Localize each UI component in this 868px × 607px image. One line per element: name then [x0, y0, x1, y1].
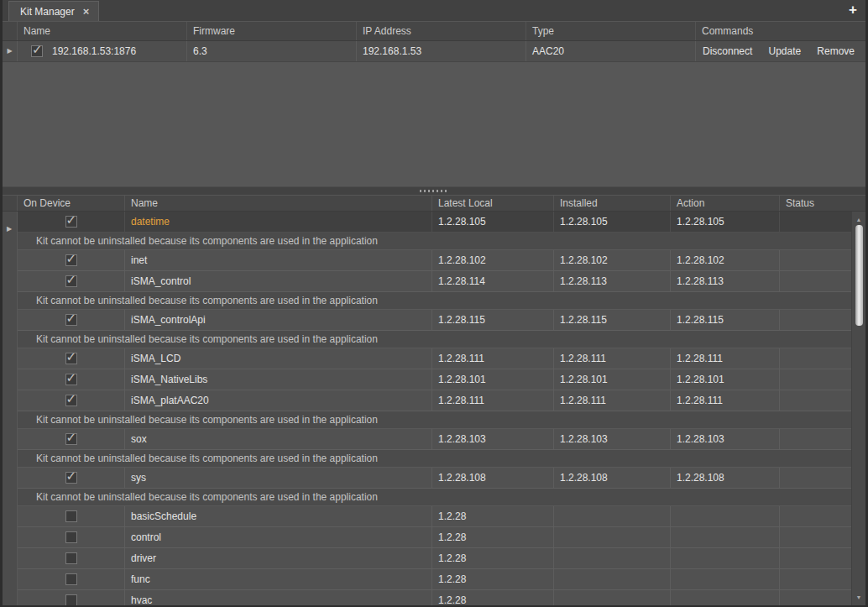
- tab-kit-manager[interactable]: Kit Manager ×: [8, 1, 99, 21]
- kit-column-on-device[interactable]: On Device: [18, 196, 125, 211]
- kit-uninstall-message: Kit cannot be uninstalled because its co…: [18, 331, 851, 348]
- check-mark-icon: ✓: [66, 272, 77, 287]
- kit-installed: 1.2.28.105: [554, 212, 671, 232]
- kit-row[interactable]: ✓ iSMA_platAAC20 1.2.28.111 1.2.28.111 1…: [18, 390, 851, 411]
- kit-row[interactable]: ✓ sox 1.2.28.103 1.2.28.103 1.2.28.103: [18, 429, 851, 450]
- device-column-commands[interactable]: Commands: [696, 22, 865, 40]
- on-device-checkbox[interactable]: ✓: [65, 433, 77, 445]
- update-button[interactable]: Update: [768, 45, 801, 57]
- device-header-indicator-cell: [3, 22, 18, 40]
- check-mark-icon: ✓: [66, 468, 77, 484]
- kit-row[interactable]: ✓ hvac 1.2.28: [18, 590, 851, 605]
- on-device-checkbox[interactable]: ✓: [65, 472, 77, 484]
- kit-row[interactable]: ✓ func 1.2.28: [18, 569, 851, 590]
- kit-action: 1.2.28.111: [671, 348, 780, 369]
- kit-column-installed[interactable]: Installed: [554, 196, 671, 211]
- kit-latest-local: 1.2.28.114: [432, 271, 554, 291]
- on-device-checkbox[interactable]: ✓: [65, 314, 77, 326]
- kit-action: [671, 506, 780, 526]
- scrollbar-thumb[interactable]: [855, 225, 863, 326]
- kit-row[interactable]: ✓ control 1.2.28: [18, 527, 851, 548]
- kit-row[interactable]: ✓ iSMA_NativeLibs 1.2.28.101 1.2.28.101 …: [18, 369, 851, 390]
- device-name-cell: ✓ 192.168.1.53:1876: [18, 41, 187, 61]
- kit-column-name[interactable]: Name: [125, 196, 432, 211]
- splitter-grip-icon: [420, 190, 448, 192]
- kit-name: datetime: [125, 212, 432, 232]
- kit-status: [780, 548, 851, 568]
- kit-column-status[interactable]: Status: [780, 196, 865, 211]
- disconnect-button[interactable]: Disconnect: [703, 45, 752, 57]
- device-column-firmware[interactable]: Firmware: [187, 22, 357, 40]
- kit-latest-local: 1.2.28: [432, 506, 554, 526]
- on-device-cell: ✓: [18, 250, 125, 270]
- remove-button[interactable]: Remove: [817, 45, 855, 57]
- current-row-arrow-icon: ▶: [7, 48, 12, 55]
- close-tab-icon[interactable]: ×: [83, 6, 90, 17]
- kit-status: [780, 569, 851, 589]
- on-device-checkbox[interactable]: ✓: [65, 353, 77, 364]
- kit-row[interactable]: ✓ inet 1.2.28.102 1.2.28.102 1.2.28.102: [18, 250, 851, 271]
- on-device-checkbox[interactable]: ✓: [65, 552, 77, 564]
- kit-header-indicator-cell: [3, 196, 18, 211]
- kit-uninstall-message: Kit cannot be uninstalled because its co…: [18, 233, 851, 250]
- kit-row[interactable]: ✓ iSMA_controlApi 1.2.28.115 1.2.28.115 …: [18, 310, 851, 331]
- device-checkbox[interactable]: ✓: [31, 45, 43, 57]
- kit-installed: 1.2.28.103: [554, 429, 671, 449]
- kit-column-action[interactable]: Action: [671, 196, 780, 211]
- kit-row[interactable]: ✓ iSMA_control 1.2.28.114 1.2.28.113 1.2…: [18, 271, 851, 292]
- kit-row[interactable]: ✓ iSMA_LCD 1.2.28.111 1.2.28.111 1.2.28.…: [18, 348, 851, 369]
- check-mark-icon: ✓: [66, 391, 77, 406]
- on-device-cell: ✓: [18, 429, 125, 449]
- kit-name: sox: [125, 429, 432, 449]
- kit-status: [780, 212, 851, 232]
- current-row-arrow-icon: ▶: [7, 226, 12, 233]
- add-device-button[interactable]: +: [845, 3, 860, 18]
- kit-name: driver: [125, 548, 432, 568]
- kit-status: [780, 590, 851, 605]
- kit-status: [780, 390, 851, 411]
- on-device-checkbox[interactable]: ✓: [65, 275, 77, 287]
- on-device-checkbox[interactable]: ✓: [65, 594, 77, 605]
- device-commands-cell: Disconnect Update Remove: [696, 41, 865, 61]
- on-device-cell: ✓: [18, 590, 125, 605]
- kit-row[interactable]: ✓ driver 1.2.28: [18, 548, 851, 569]
- kit-installed: 1.2.28.102: [554, 250, 671, 270]
- device-row[interactable]: ▶ ✓ 192.168.1.53:1876 6.3 192.168.1.53 A…: [3, 41, 865, 62]
- on-device-checkbox[interactable]: ✓: [65, 531, 77, 543]
- kit-name: iSMA_controlApi: [125, 310, 432, 330]
- on-device-checkbox[interactable]: ✓: [65, 254, 77, 266]
- on-device-checkbox[interactable]: ✓: [65, 510, 77, 522]
- kit-latest-local: 1.2.28: [432, 548, 554, 568]
- check-mark-icon: ✓: [66, 251, 77, 266]
- vertical-scrollbar[interactable]: ▲ ▼: [851, 212, 865, 605]
- on-device-checkbox[interactable]: ✓: [65, 395, 77, 406]
- kit-row[interactable]: ✓ sys 1.2.28.108 1.2.28.108 1.2.28.108: [18, 468, 851, 489]
- kit-name: sys: [125, 468, 432, 488]
- kit-action: [671, 548, 780, 568]
- kit-row[interactable]: ✓ datetime 1.2.28.105 1.2.28.105 1.2.28.…: [18, 212, 851, 233]
- on-device-cell: ✓: [18, 212, 125, 232]
- device-column-name[interactable]: Name: [18, 22, 187, 40]
- on-device-checkbox[interactable]: ✓: [65, 216, 77, 228]
- kit-name: control: [125, 527, 432, 547]
- device-row-indicator-cell: ▶: [3, 41, 18, 61]
- horizontal-splitter[interactable]: [3, 186, 865, 195]
- on-device-checkbox[interactable]: ✓: [65, 573, 77, 585]
- on-device-cell: ✓: [18, 348, 125, 369]
- scroll-up-icon[interactable]: ▲: [852, 217, 865, 222]
- kit-row[interactable]: ✓ basicSchedule 1.2.28: [18, 506, 851, 527]
- on-device-cell: ✓: [18, 548, 125, 568]
- device-column-ip-address[interactable]: IP Address: [357, 22, 526, 40]
- device-column-type[interactable]: Type: [526, 22, 696, 40]
- on-device-checkbox[interactable]: ✓: [65, 374, 77, 385]
- kit-installed: [554, 548, 671, 568]
- tab-title: Kit Manager: [20, 6, 75, 18]
- kit-status: [780, 271, 851, 291]
- kit-installed: 1.2.28.111: [554, 390, 671, 411]
- kit-column-latest-local[interactable]: Latest Local: [432, 196, 554, 211]
- on-device-cell: ✓: [18, 527, 125, 547]
- scroll-down-icon[interactable]: ▼: [852, 594, 865, 600]
- kit-latest-local: 1.2.28.101: [432, 369, 554, 390]
- on-device-cell: ✓: [18, 506, 125, 526]
- kit-latest-local: 1.2.28.102: [432, 250, 554, 270]
